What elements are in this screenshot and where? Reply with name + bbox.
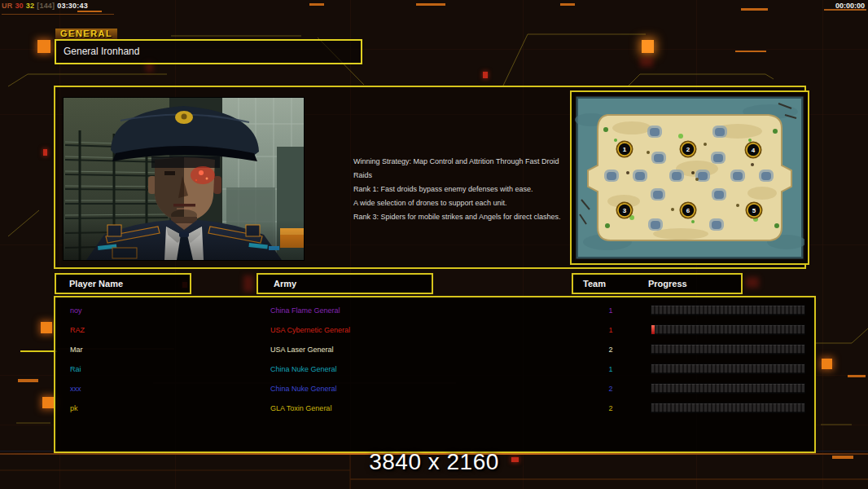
player-army: China Nuke General (270, 359, 449, 379)
decor-dash (416, 3, 445, 6)
strategy-line: Rank 1: Fast droids bypass enemy defense… (353, 183, 567, 196)
header-team-label: Team (583, 275, 606, 293)
player-progress-bar (651, 344, 805, 355)
strategy-text: Winning Strategy: Map Control and Attrit… (353, 155, 567, 224)
decor-square (640, 57, 653, 67)
decor-dash (848, 375, 866, 377)
player-progress-fill (651, 325, 655, 334)
svg-text:3: 3 (623, 207, 627, 214)
general-name-label: General Ironhand (64, 46, 139, 57)
player-row: xxx China Nuke General 2 (55, 379, 814, 399)
player-table: noy China Flame General 1 RAZ USA Cybern… (54, 296, 816, 453)
session-time: 03:30:43 (57, 2, 88, 10)
svg-text:1: 1 (623, 146, 627, 153)
header-army: Army (256, 273, 433, 294)
player-row: noy China Flame General 1 (55, 301, 814, 320)
player-team: 1 (604, 359, 617, 379)
debug-readout: UR3032[144]03:30:43 (2, 2, 90, 10)
player-army: GLA Toxin General (270, 399, 449, 418)
player-progress-bar (651, 305, 805, 315)
start-position-marker: 3 (617, 203, 633, 218)
map-preview-box: 124365 (570, 90, 809, 265)
hud-divider-line (2, 14, 114, 15)
header-player-name-label: Player Name (69, 279, 123, 289)
decor-dash (18, 379, 38, 382)
header-army-label: Army (274, 279, 296, 289)
player-row: Rai China Nuke General 1 (55, 359, 814, 379)
header-player-name: Player Name (55, 273, 191, 294)
player-army: USA Laser General (270, 340, 449, 359)
fps-counter: 30 (15, 2, 23, 10)
player-team: 2 (604, 340, 617, 359)
decor-square (822, 359, 832, 369)
strategy-line: Winning Strategy: Map Control and Attrit… (353, 155, 567, 183)
decor-square (41, 322, 52, 333)
decor-dash (735, 51, 766, 52)
start-position-marker: 6 (681, 203, 696, 218)
general-tab: GENERAL (55, 29, 117, 39)
tick-counter: 32 (26, 2, 34, 10)
header-team-progress: Team Progress (572, 273, 743, 294)
player-progress-bar (651, 403, 805, 413)
strategy-line: A wide selection of drones to support ea… (353, 196, 567, 210)
player-army: China Flame General (270, 301, 449, 320)
player-progress-bar (651, 383, 805, 394)
player-row: pk GLA Toxin General 2 (55, 399, 814, 418)
player-army: USA Cybernetic General (270, 320, 449, 340)
decor-dash (560, 3, 575, 6)
player-name: pk (70, 399, 200, 418)
decor-square (243, 275, 253, 292)
frame-counter: [144] (37, 2, 55, 10)
player-name: Rai (70, 359, 200, 379)
decor-dash (741, 8, 768, 11)
player-row: Mar USA Laser General 2 (55, 340, 814, 359)
player-row: RAZ USA Cybernetic General 1 (55, 320, 814, 340)
loading-screen: { "hud": { "net_label": "UR", "fps": "30… (0, 0, 868, 489)
player-team: 1 (604, 320, 617, 340)
player-name: noy (70, 301, 200, 320)
game-clock: 00:00:00 (835, 2, 865, 10)
player-name: Mar (70, 340, 200, 359)
decor-square (42, 397, 55, 408)
player-army: China Nuke General (270, 379, 449, 399)
player-team: 2 (604, 399, 617, 418)
decor-dash (77, 11, 102, 12)
general-name-box: General Ironhand (55, 39, 362, 64)
decor-square (746, 277, 759, 288)
decor-dash (309, 3, 324, 6)
decor-square (642, 40, 654, 53)
start-position-marker: 4 (746, 143, 761, 158)
start-position-marker: 5 (747, 203, 762, 218)
svg-text:5: 5 (752, 207, 756, 214)
player-team: 2 (604, 379, 617, 399)
map-preview-image: 124365 (575, 95, 804, 260)
header-progress-label: Progress (648, 275, 687, 293)
player-name: RAZ (70, 320, 200, 340)
svg-text:4: 4 (752, 147, 756, 154)
svg-text:2: 2 (686, 146, 690, 153)
player-name: xxx (70, 379, 200, 399)
decor-square (43, 149, 47, 156)
decor-square (37, 40, 50, 53)
player-team: 1 (604, 301, 617, 320)
player-progress-bar (651, 363, 805, 374)
resolution-label: 3840 x 2160 (0, 449, 868, 475)
player-progress-bar (651, 324, 805, 335)
start-position-marker: 2 (681, 142, 696, 157)
net-indicator: UR (2, 2, 12, 10)
strategy-line: Rank 3: Spiders for mobile strikes and A… (353, 210, 567, 224)
general-portrait (64, 98, 304, 260)
start-position-marker: 1 (617, 142, 633, 157)
svg-text:6: 6 (686, 207, 690, 214)
decor-square (483, 72, 488, 78)
